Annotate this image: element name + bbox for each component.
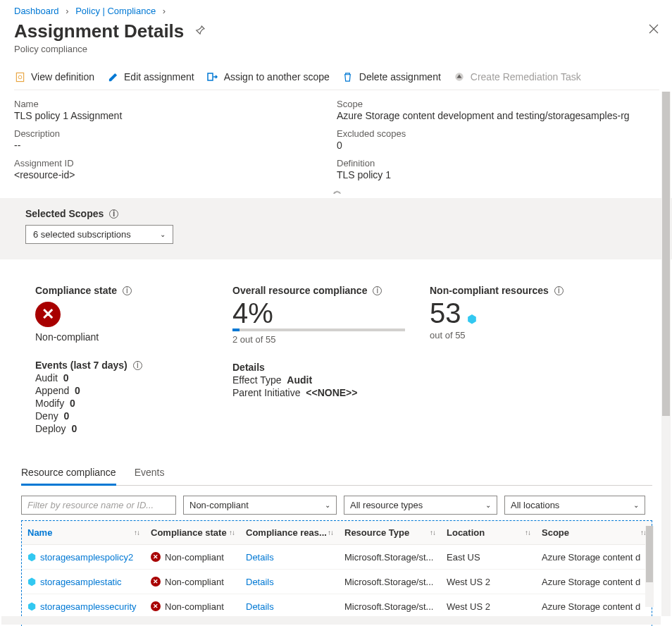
noncompliant-count: 53 bbox=[430, 299, 461, 327]
scope-value: Azure Storage content development and te… bbox=[337, 110, 659, 121]
compliance-filter-select[interactable]: Non-compliant⌄ bbox=[183, 496, 337, 515]
filter-input[interactable] bbox=[21, 496, 176, 515]
sort-icon: ↑↓ bbox=[134, 529, 139, 536]
events-label: Events (last 7 days) bbox=[35, 360, 127, 371]
resource-type-cell: Microsoft.Storage/st... bbox=[339, 570, 441, 594]
edit-assignment-label: Edit assignment bbox=[124, 71, 194, 82]
pin-icon[interactable] bbox=[194, 24, 206, 39]
edit-assignment-button[interactable]: Edit assignment bbox=[107, 71, 194, 82]
sort-icon: ↑↓ bbox=[430, 529, 435, 536]
resource-name-link[interactable]: storagesamplestatic bbox=[40, 577, 122, 587]
sort-icon: ↑↓ bbox=[328, 529, 333, 536]
col-scope-header[interactable]: Scope↑↓ bbox=[536, 521, 652, 544]
details-link[interactable]: Details bbox=[246, 552, 274, 563]
col-name-header[interactable]: Name↑↓ bbox=[22, 521, 145, 544]
tab-resource-compliance[interactable]: Resource compliance bbox=[21, 462, 116, 486]
details-link[interactable]: Details bbox=[246, 601, 274, 612]
resources-grid: Name↑↓ Compliance state↑↓ Compliance rea… bbox=[21, 520, 652, 626]
deploy-label: Deploy bbox=[35, 423, 66, 434]
location-cell: West US 2 bbox=[441, 594, 536, 618]
append-value: 0 bbox=[75, 385, 80, 396]
pencil-icon bbox=[107, 71, 118, 82]
page-title: Assignment Details bbox=[14, 20, 184, 42]
view-definition-button[interactable]: View definition bbox=[14, 71, 94, 82]
excluded-scopes-label: Excluded scopes bbox=[337, 128, 659, 139]
info-icon[interactable]: i bbox=[554, 286, 564, 295]
assignment-id-value: <resource-id> bbox=[14, 169, 337, 180]
toolbar: View definition Edit assignment Assign t… bbox=[14, 67, 659, 90]
effect-type-label: Effect Type bbox=[232, 374, 282, 386]
selected-scopes-value: 6 selected subscriptions bbox=[33, 229, 131, 240]
cube-icon: ⬢ bbox=[467, 314, 477, 325]
sort-icon: ↑↓ bbox=[525, 529, 530, 536]
table-row[interactable]: ⬢storagesamplessecurity✕Non-compliantDet… bbox=[22, 594, 652, 619]
chevron-down-icon: ⌄ bbox=[325, 501, 330, 509]
vertical-scrollbar[interactable] bbox=[661, 92, 671, 616]
compliance-state-value: Non-compliant bbox=[35, 331, 225, 343]
scope-cell: Azure Storage content d bbox=[536, 570, 652, 594]
close-icon[interactable] bbox=[648, 23, 659, 37]
info-icon[interactable]: i bbox=[133, 361, 142, 370]
breadcrumb-dashboard[interactable]: Dashboard bbox=[14, 6, 59, 16]
col-compliance-state-header[interactable]: Compliance state↑↓ bbox=[145, 521, 240, 544]
overall-compliance-sub: 2 out of 55 bbox=[232, 334, 423, 345]
definition-value: TLS policy 1 bbox=[337, 169, 659, 180]
resourcetype-filter-select[interactable]: All resource types⌄ bbox=[344, 496, 497, 515]
parent-initiative-value: <<NONE>> bbox=[306, 387, 357, 398]
location-filter-select[interactable]: All locations⌄ bbox=[504, 496, 645, 515]
modify-value: 0 bbox=[70, 398, 75, 409]
compliance-state-cell: Non-compliant bbox=[165, 552, 224, 563]
document-icon bbox=[14, 71, 25, 82]
chevron-down-icon: ⌄ bbox=[160, 231, 166, 238]
col-compliance-reason-header[interactable]: Compliance reas...↑↓ bbox=[240, 521, 339, 544]
tab-events[interactable]: Events bbox=[135, 462, 165, 485]
chevron-down-icon: ⌄ bbox=[485, 501, 491, 509]
horizontal-scrollbar[interactable] bbox=[1, 616, 661, 625]
effect-type-value: Audit bbox=[287, 374, 312, 386]
selected-scopes-dropdown[interactable]: 6 selected subscriptions ⌄ bbox=[25, 225, 173, 244]
resource-type-cell: Microsoft.Storage/st... bbox=[339, 594, 441, 618]
create-remediation-button: Create Remediation Task bbox=[454, 71, 581, 82]
grid-header: Name↑↓ Compliance state↑↓ Compliance rea… bbox=[22, 521, 652, 545]
breadcrumb-policy[interactable]: Policy | Compliance bbox=[75, 6, 156, 16]
info-icon[interactable]: i bbox=[373, 286, 382, 295]
tabs: Resource compliance Events bbox=[21, 462, 652, 486]
noncompliant-icon: ✕ bbox=[151, 601, 161, 611]
col-resource-type-header[interactable]: Resource Type↑↓ bbox=[339, 521, 441, 544]
resource-icon: ⬢ bbox=[27, 551, 36, 563]
excluded-scopes-value: 0 bbox=[337, 140, 659, 151]
arrow-right-icon bbox=[207, 71, 218, 82]
noncompliant-resources-label: Non-compliant resources bbox=[430, 285, 549, 296]
resource-name-link[interactable]: storagesamplessecurity bbox=[40, 601, 137, 612]
parent-initiative-label: Parent Initiative bbox=[232, 387, 301, 398]
col-location-header[interactable]: Location↑↓ bbox=[441, 521, 536, 544]
sort-icon: ↑↓ bbox=[229, 529, 235, 536]
breadcrumb: Dashboard › Policy | Compliance › bbox=[14, 0, 659, 16]
collapse-chevron-icon[interactable]: ︽ bbox=[14, 185, 659, 197]
details-link[interactable]: Details bbox=[246, 577, 274, 587]
description-label: Description bbox=[14, 128, 337, 139]
resource-icon: ⬢ bbox=[27, 601, 36, 612]
chevron-down-icon: ⌄ bbox=[633, 501, 639, 509]
name-label: Name bbox=[14, 99, 337, 109]
selected-scopes-bar: Selected Scopes i 6 selected subscriptio… bbox=[0, 198, 672, 259]
breadcrumb-separator: › bbox=[66, 6, 68, 16]
info-icon[interactable]: i bbox=[109, 209, 118, 219]
resource-name-link[interactable]: storagesamplespolicy2 bbox=[40, 552, 133, 563]
svg-point-1 bbox=[18, 75, 22, 79]
svg-rect-0 bbox=[16, 73, 23, 81]
trash-icon bbox=[342, 71, 354, 82]
table-row[interactable]: ⬢storagesamplestatic✕Non-compliantDetail… bbox=[22, 570, 652, 594]
details-label: Details bbox=[232, 362, 423, 373]
delete-assignment-button[interactable]: Delete assignment bbox=[342, 71, 441, 82]
selected-scopes-label: Selected Scopes bbox=[25, 208, 104, 219]
compliance-state-cell: Non-compliant bbox=[165, 601, 224, 612]
info-icon[interactable]: i bbox=[123, 286, 132, 295]
overall-compliance-percent: 4% bbox=[232, 299, 423, 327]
properties-panel: Name TLS policy 1 Assignment Description… bbox=[14, 99, 659, 180]
assign-scope-button[interactable]: Assign to another scope bbox=[207, 71, 330, 82]
grid-scrollbar[interactable] bbox=[645, 526, 654, 607]
delete-assignment-label: Delete assignment bbox=[359, 71, 441, 82]
noncompliant-icon: ✕ bbox=[151, 552, 161, 562]
table-row[interactable]: ⬢storagesamplespolicy2✕Non-compliantDeta… bbox=[22, 545, 652, 570]
